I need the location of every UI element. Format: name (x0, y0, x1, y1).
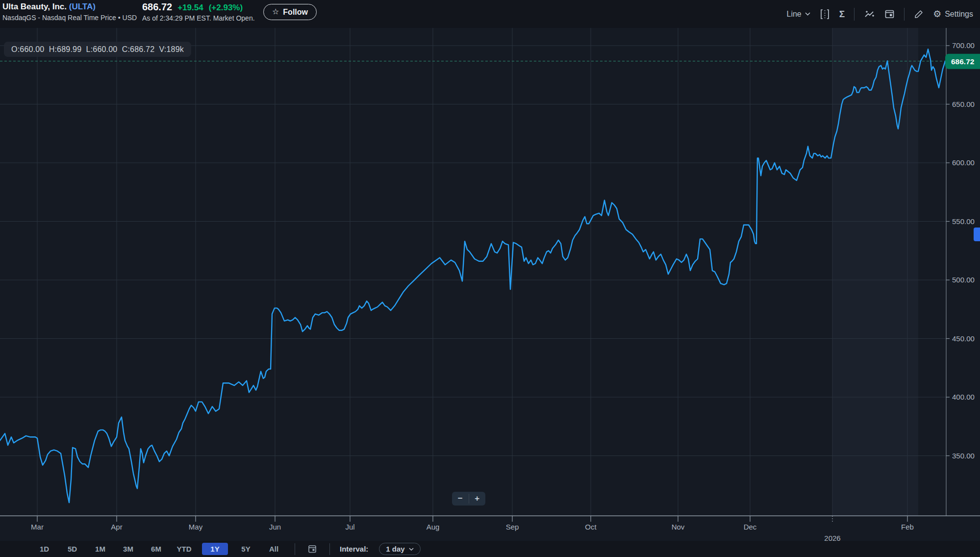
price-change: +19.54 (177, 3, 203, 13)
range-button-1M[interactable]: 1M (86, 543, 114, 555)
quote-header: Ulta Beauty, Inc. (ULTA) NasdaqGS - Nasd… (0, 0, 980, 28)
settings-button[interactable]: ⚙ Settings (933, 8, 973, 20)
gear-icon: ⚙ (933, 8, 941, 20)
price-line-series (0, 49, 945, 503)
current-price: 686.72 (142, 1, 172, 13)
y-axis-label: 650.00 (952, 100, 975, 108)
current-year-highlight (832, 28, 918, 516)
interval-dropdown[interactable]: 1 day (379, 543, 420, 555)
chevron-down-icon (409, 548, 414, 551)
range-button-6M[interactable]: 6M (142, 543, 170, 555)
clipped-price-badge (974, 228, 980, 241)
range-button-1D[interactable]: 1D (30, 543, 58, 555)
title-block: Ulta Beauty, Inc. (ULTA) NasdaqGS - Nasd… (2, 2, 137, 22)
calendar-icon (308, 544, 317, 554)
range-button-All[interactable]: All (260, 543, 288, 555)
page-title: Ulta Beauty, Inc. (ULTA) (2, 2, 137, 12)
drawing-panel-icon[interactable] (820, 8, 830, 20)
interval-value: 1 day (386, 545, 404, 553)
x-axis-label: Oct (585, 523, 597, 531)
follow-button[interactable]: ☆ Follow (263, 4, 317, 20)
draw-pencil-icon[interactable] (914, 9, 924, 19)
calendar-icon[interactable] (884, 9, 895, 19)
x-axis-label: May (189, 523, 203, 531)
footer-divider (295, 543, 295, 555)
zoom-controls: − + (452, 492, 485, 506)
zoom-out-button[interactable]: − (452, 492, 469, 506)
toolbar-divider (904, 8, 905, 21)
interval-label: Interval: (340, 545, 368, 553)
indicators-icon[interactable]: Σ (839, 9, 845, 20)
price-change-percent: (+2.93%) (209, 3, 243, 13)
x-axis-label: Aug (427, 523, 440, 531)
exchange-info: NasdaqGS - Nasdaq Real Time Price • USD (2, 14, 137, 22)
chevron-down-icon (805, 12, 810, 16)
chart-toolbar: Line Σ (786, 0, 973, 28)
follow-label: Follow (283, 8, 308, 17)
custom-date-button[interactable] (302, 544, 323, 554)
price-block: 686.72 +19.54 (+2.93%) As of 2:34:29 PM … (142, 1, 255, 22)
y-axis-label: 450.00 (952, 334, 975, 343)
x-axis-label: Feb (901, 523, 914, 531)
company-name: Ulta Beauty, Inc. (2, 2, 67, 11)
y-axis-label: 550.00 (952, 217, 975, 226)
events-sparkline-icon[interactable] (864, 9, 875, 19)
as-of-timestamp: As of 2:34:29 PM EST. Market Open. (142, 14, 255, 22)
range-button-3M[interactable]: 3M (114, 543, 142, 555)
x-axis-label: Dec (744, 523, 757, 531)
toolbar-divider (854, 8, 854, 21)
range-button-5D[interactable]: 5D (58, 543, 86, 555)
range-selector: 1D5D1M3M6MYTD1Y5YAll (0, 543, 288, 555)
y-axis-label: 600.00 (952, 158, 975, 167)
quote-page: Ulta Beauty, Inc. (ULTA) NasdaqGS - Nasd… (0, 0, 980, 557)
zoom-in-button[interactable]: + (469, 492, 486, 506)
x-axis-label: Nov (672, 523, 685, 531)
y-axis-label: 500.00 (952, 276, 975, 284)
range-button-YTD[interactable]: YTD (170, 543, 198, 555)
current-price-badge-value: 686.72 (951, 57, 974, 66)
y-axis-label: 350.00 (952, 452, 975, 460)
range-button-5Y[interactable]: 5Y (232, 543, 260, 555)
ticker-symbol: (ULTA) (69, 2, 96, 11)
settings-label: Settings (945, 10, 973, 19)
price-chart[interactable]: MarAprMayJunJulAugSepOctNovDec2026Feb700… (0, 28, 980, 541)
star-icon: ☆ (272, 7, 279, 16)
ohlc-legend: O:660.00 H:689.99 L:660.00 C:686.72 V:18… (4, 42, 191, 57)
footer-divider (329, 543, 330, 555)
x-axis-label: Apr (111, 523, 122, 531)
chart-type-label: Line (786, 10, 801, 19)
y-axis-label: 400.00 (952, 393, 975, 401)
x-axis-label: Jun (269, 523, 281, 531)
chart-footer: 1D5D1M3M6MYTD1Y5YAll Interval: 1 day (0, 541, 980, 557)
x-axis-label: Mar (31, 523, 44, 531)
chart-type-dropdown[interactable]: Line (786, 10, 810, 19)
range-button-1Y[interactable]: 1Y (202, 543, 228, 555)
chart-canvas[interactable]: MarAprMayJunJulAugSepOctNovDec2026Feb700… (0, 28, 980, 541)
x-axis-label: Jul (345, 523, 354, 531)
y-axis-label: 700.00 (952, 41, 975, 50)
x-axis-label: 2026 (824, 534, 840, 541)
x-axis-label: Sep (506, 523, 519, 531)
